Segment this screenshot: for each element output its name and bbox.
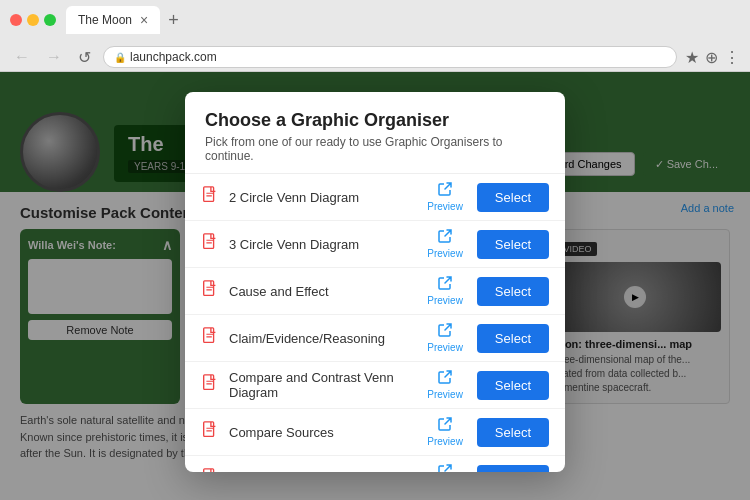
- external-link-icon: [438, 323, 452, 340]
- select-button[interactable]: Select: [477, 418, 549, 447]
- page-content: The YEARS 9-12 LaunchPack Discard Change…: [0, 72, 750, 500]
- organiser-row: Cause and Effect PreviewSelect: [185, 268, 565, 315]
- browser-chrome: The Moon × + ← → ↺ 🔒 launchpack.com ★ ⊕ …: [0, 0, 750, 72]
- external-link-icon: [438, 417, 452, 434]
- title-bar: The Moon × +: [10, 6, 740, 34]
- organiser-name: Cause and Effect: [229, 284, 417, 299]
- preview-link[interactable]: Preview: [427, 370, 463, 400]
- refresh-button[interactable]: ↺: [74, 48, 95, 67]
- maximize-window-button[interactable]: [44, 14, 56, 26]
- svg-rect-0: [204, 187, 214, 201]
- preview-label: Preview: [427, 389, 463, 400]
- select-button[interactable]: Select: [477, 324, 549, 353]
- file-icon: [201, 280, 219, 302]
- tab-title: The Moon: [78, 13, 132, 27]
- external-link-icon: [438, 276, 452, 293]
- minimize-window-button[interactable]: [27, 14, 39, 26]
- svg-rect-2: [204, 281, 214, 295]
- external-link-icon: [438, 370, 452, 387]
- select-button[interactable]: Select: [477, 183, 549, 212]
- organiser-name: Claim/Evidence/Reasoning: [229, 331, 417, 346]
- external-link-icon: [438, 229, 452, 246]
- external-link-icon: [438, 182, 452, 199]
- modal-subtitle: Pick from one of our ready to use Graphi…: [205, 135, 545, 163]
- preview-label: Preview: [427, 248, 463, 259]
- preview-link[interactable]: Preview: [427, 323, 463, 353]
- modal-overlay: Choose a Graphic Organiser Pick from one…: [0, 72, 750, 500]
- organiser-name: Compare Sources: [229, 425, 417, 440]
- browser-toolbar: ← → ↺ 🔒 launchpack.com ★ ⊕ ⋮: [10, 40, 740, 74]
- preview-label: Preview: [427, 342, 463, 353]
- tab-bar: The Moon × +: [66, 6, 740, 34]
- preview-link[interactable]: Preview: [427, 417, 463, 447]
- file-icon: [201, 327, 219, 349]
- svg-rect-1: [204, 234, 214, 248]
- back-button[interactable]: ←: [10, 48, 34, 66]
- organiser-name: Compare and Contrast Venn Diagram: [229, 370, 417, 400]
- organiser-name: 2 Circle Venn Diagram: [229, 190, 417, 205]
- graphic-organiser-modal: Choose a Graphic Organiser Pick from one…: [185, 92, 565, 472]
- file-icon: [201, 421, 219, 443]
- select-button[interactable]: Select: [477, 230, 549, 259]
- file-icon: [201, 374, 219, 396]
- organiser-row: Compare Sources PreviewSelect: [185, 409, 565, 456]
- organiser-row: Claim/Evidence/Reasoning PreviewSelect: [185, 315, 565, 362]
- forward-button[interactable]: →: [42, 48, 66, 66]
- address-url: launchpack.com: [130, 50, 217, 64]
- file-icon: [201, 186, 219, 208]
- organiser-name: 3 Circle Venn Diagram: [229, 237, 417, 252]
- preview-label: Preview: [427, 436, 463, 447]
- svg-rect-3: [204, 328, 214, 342]
- organiser-row: 3 Circle Venn Diagram PreviewSelect: [185, 221, 565, 268]
- preview-link[interactable]: Preview: [427, 276, 463, 306]
- preview-link[interactable]: Preview: [427, 464, 463, 472]
- select-button[interactable]: Select: [477, 465, 549, 473]
- preview-link[interactable]: Preview: [427, 182, 463, 212]
- organiser-name: KWL: [229, 472, 417, 473]
- extension-icon[interactable]: ⊕: [705, 48, 718, 67]
- address-bar[interactable]: 🔒 launchpack.com: [103, 46, 677, 68]
- modal-title: Choose a Graphic Organiser: [205, 110, 545, 131]
- select-button[interactable]: Select: [477, 277, 549, 306]
- menu-icon[interactable]: ⋮: [724, 48, 740, 67]
- star-icon[interactable]: ★: [685, 48, 699, 67]
- svg-rect-5: [204, 422, 214, 436]
- tab-close-button[interactable]: ×: [140, 12, 148, 28]
- svg-rect-6: [204, 469, 214, 472]
- close-window-button[interactable]: [10, 14, 22, 26]
- file-icon: [201, 468, 219, 472]
- svg-rect-4: [204, 375, 214, 389]
- external-link-icon: [438, 464, 452, 472]
- select-button[interactable]: Select: [477, 371, 549, 400]
- organiser-row: 2 Circle Venn Diagram PreviewSelect: [185, 174, 565, 221]
- preview-label: Preview: [427, 201, 463, 212]
- preview-link[interactable]: Preview: [427, 229, 463, 259]
- file-icon: [201, 233, 219, 255]
- active-tab[interactable]: The Moon ×: [66, 6, 160, 34]
- new-tab-button[interactable]: +: [164, 10, 183, 31]
- modal-body[interactable]: 2 Circle Venn Diagram PreviewSelect 3 Ci…: [185, 174, 565, 472]
- toolbar-right: ★ ⊕ ⋮: [685, 48, 740, 67]
- modal-header: Choose a Graphic Organiser Pick from one…: [185, 92, 565, 174]
- organiser-row: KWL PreviewSelect: [185, 456, 565, 472]
- window-controls: [10, 14, 56, 26]
- organiser-row: Compare and Contrast Venn Diagram Previe…: [185, 362, 565, 409]
- lock-icon: 🔒: [114, 52, 126, 63]
- preview-label: Preview: [427, 295, 463, 306]
